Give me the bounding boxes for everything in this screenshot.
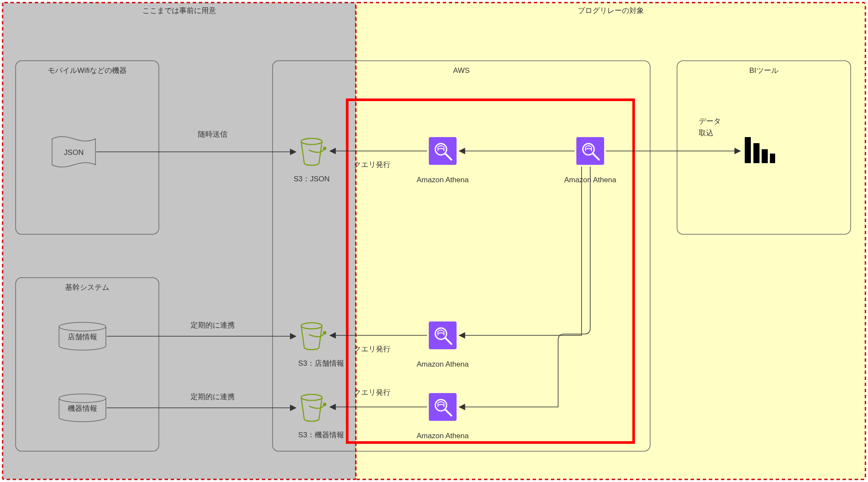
edge-label-q-device: クエリ発行 bbox=[354, 388, 391, 397]
node-athena-json-label: Amazon Athena bbox=[417, 176, 469, 184]
group-bi-label: BIツール bbox=[749, 66, 778, 75]
node-json-doc-label: JSON bbox=[64, 148, 83, 157]
node-s3-store-label: S3：店舗情報 bbox=[298, 359, 344, 367]
edge-label-send: 随時送信 bbox=[198, 130, 227, 138]
group-devices-label: モバイルWifiなどの機器 bbox=[48, 66, 126, 75]
edge-label-q-store: クエリ発行 bbox=[354, 345, 391, 353]
node-s3-json-label: S3：JSON bbox=[293, 175, 329, 183]
group-aws-label: AWS bbox=[453, 66, 470, 75]
node-s3-device-label: S3：機器情報 bbox=[298, 431, 344, 439]
edge-label-ingest-2: 取込 bbox=[699, 129, 713, 137]
group-core-label: 基幹システム bbox=[65, 283, 109, 292]
zone-left-title: ここまでは事前に用意 bbox=[142, 7, 216, 15]
edge-label-ingest-1: データ bbox=[699, 117, 721, 125]
node-db-store-label: 店舗情報 bbox=[68, 333, 97, 341]
zone-right-title: ブログリレーの対象 bbox=[578, 7, 644, 15]
edge-label-sync1: 定期的に連携 bbox=[191, 321, 235, 329]
edge-label-sync2: 定期的に連携 bbox=[191, 393, 235, 401]
node-athena-device-label: Amazon Athena bbox=[417, 432, 469, 440]
node-db-device-label: 機器情報 bbox=[68, 404, 97, 413]
node-athena-store-label: Amazon Athena bbox=[417, 360, 469, 368]
edge-label-q-json: クエリ発行 bbox=[354, 161, 391, 169]
